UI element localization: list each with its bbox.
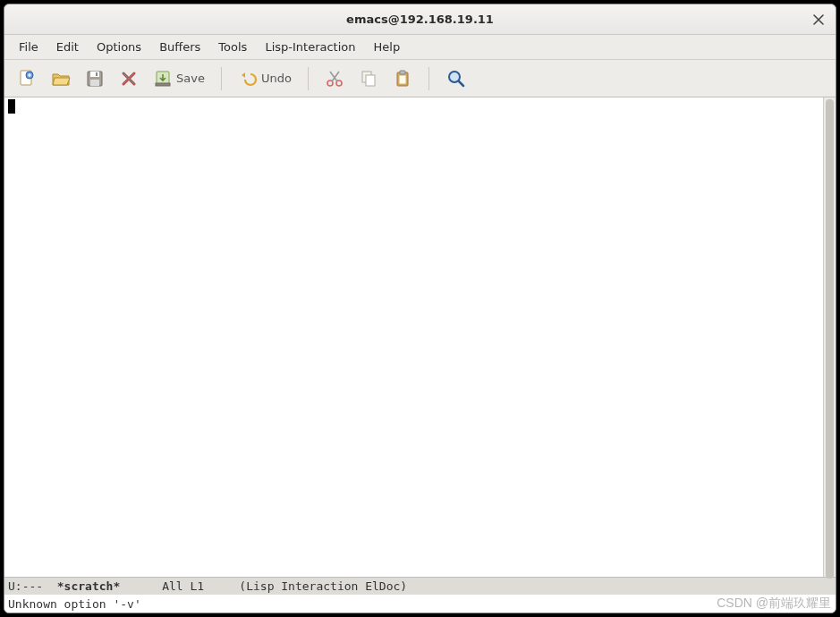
toolbar-separator bbox=[221, 67, 222, 90]
modeline-gap bbox=[204, 579, 239, 593]
mode-line[interactable]: U:--- *scratch* All L1 (Lisp Interaction… bbox=[4, 577, 836, 595]
menu-help[interactable]: Help bbox=[365, 37, 410, 57]
open-file-button[interactable] bbox=[46, 65, 76, 92]
editor-area bbox=[4, 97, 836, 577]
modeline-buffer: *scratch* bbox=[50, 579, 120, 593]
search-icon bbox=[445, 68, 467, 89]
modeline-position: All L1 bbox=[162, 579, 204, 593]
clipboard-icon bbox=[393, 69, 412, 89]
window-close-button[interactable] bbox=[810, 12, 827, 28]
svg-rect-3 bbox=[90, 72, 99, 77]
svg-rect-4 bbox=[90, 80, 99, 86]
new-file-icon bbox=[17, 69, 37, 89]
modeline-state: U:--- bbox=[8, 579, 50, 593]
window-title: emacs@192.168.19.11 bbox=[346, 13, 494, 26]
save-button[interactable]: Save bbox=[148, 65, 210, 92]
new-file-button[interactable] bbox=[12, 65, 42, 92]
menu-file[interactable]: File bbox=[10, 37, 47, 57]
save-icon bbox=[153, 69, 173, 89]
echo-message: Unknown option '-v' bbox=[8, 597, 141, 611]
close-buffer-button[interactable] bbox=[114, 65, 144, 92]
echo-area[interactable]: Unknown option '-v' bbox=[4, 595, 836, 613]
save-button-label: Save bbox=[176, 72, 205, 85]
scissors-icon bbox=[325, 69, 344, 89]
svg-rect-7 bbox=[156, 83, 170, 86]
toolbar: Save Undo bbox=[4, 60, 836, 97]
save-as-button[interactable] bbox=[80, 65, 110, 92]
scrollbar-thumb[interactable] bbox=[826, 99, 834, 579]
menu-edit[interactable]: Edit bbox=[47, 37, 88, 57]
x-icon bbox=[119, 69, 139, 89]
toolbar-separator bbox=[308, 67, 309, 90]
svg-rect-5 bbox=[96, 72, 98, 76]
paste-button[interactable] bbox=[387, 65, 418, 92]
menubar: File Edit Options Buffers Tools Lisp-Int… bbox=[4, 35, 836, 60]
search-button[interactable] bbox=[440, 64, 472, 93]
undo-button-label: Undo bbox=[261, 72, 292, 85]
menu-options[interactable]: Options bbox=[88, 37, 150, 57]
menu-tools[interactable]: Tools bbox=[209, 37, 256, 57]
emacs-window: emacs@192.168.19.11 File Edit Options Bu… bbox=[4, 4, 836, 613]
folder-open-icon bbox=[51, 69, 71, 89]
vertical-scrollbar[interactable] bbox=[823, 97, 836, 577]
undo-icon bbox=[238, 69, 258, 89]
floppy-icon bbox=[85, 69, 105, 89]
text-cursor bbox=[8, 99, 15, 114]
cut-button[interactable] bbox=[319, 65, 350, 92]
undo-button[interactable]: Undo bbox=[233, 65, 297, 92]
toolbar-separator bbox=[428, 67, 429, 90]
buffer-area[interactable] bbox=[4, 97, 823, 577]
modeline-mode: (Lisp Interaction ElDoc) bbox=[239, 579, 407, 593]
menu-buffers[interactable]: Buffers bbox=[150, 37, 209, 57]
svg-rect-11 bbox=[366, 75, 375, 86]
svg-rect-13 bbox=[399, 75, 406, 84]
svg-rect-14 bbox=[400, 71, 405, 74]
titlebar: emacs@192.168.19.11 bbox=[4, 4, 836, 35]
modeline-gap bbox=[120, 579, 162, 593]
menu-lisp-interaction[interactable]: Lisp-Interaction bbox=[256, 37, 364, 57]
copy-button[interactable] bbox=[353, 65, 384, 92]
copy-icon bbox=[359, 69, 378, 89]
close-icon bbox=[813, 14, 824, 25]
